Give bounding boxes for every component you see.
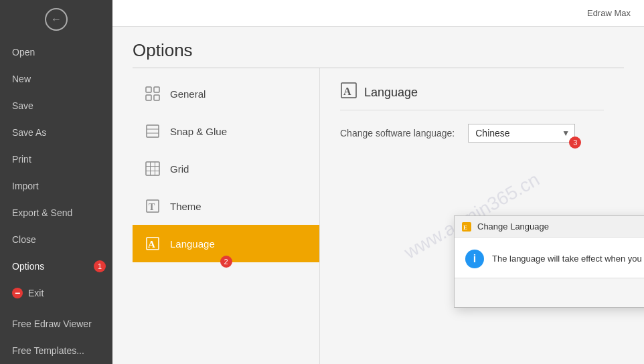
sidebar-item-label: Close xyxy=(12,234,36,245)
option-theme-label: Theme xyxy=(170,201,202,212)
sidebar-item-options[interactable]: Options 1 xyxy=(0,253,112,280)
sidebar-item-open[interactable]: Open xyxy=(0,39,112,66)
options-area: Options General xyxy=(112,27,644,364)
sidebar-item-label: Options xyxy=(12,261,44,272)
sidebar-item-label: Save xyxy=(12,100,33,111)
sidebar-item-exit[interactable]: − Exit xyxy=(0,280,112,306)
dialog-title-app-icon: E xyxy=(461,221,472,232)
dialog-title-label: Change Language xyxy=(477,221,549,232)
dialog-message: The language will take effect when you r… xyxy=(492,250,644,266)
sidebar-item-free-viewer[interactable]: Free Edraw Viewer xyxy=(0,310,112,337)
option-general-label: General xyxy=(170,88,206,100)
svg-rect-3 xyxy=(154,95,159,100)
sidebar-item-free-templates[interactable]: Free Templates... xyxy=(0,337,112,364)
app-title: Edraw Max xyxy=(587,8,631,18)
option-language-label: Language xyxy=(170,238,215,250)
options-title: Options xyxy=(133,40,624,61)
option-general[interactable]: General xyxy=(133,75,319,112)
exit-icon: − xyxy=(12,288,23,298)
option-theme[interactable]: T Theme xyxy=(133,187,319,225)
sidebar-item-import[interactable]: Import xyxy=(0,173,112,199)
sidebar-item-label: Open xyxy=(12,47,35,58)
sidebar-item-save-as[interactable]: Save As xyxy=(0,119,112,146)
back-button[interactable]: ← xyxy=(0,0,112,39)
svg-text:T: T xyxy=(149,202,155,212)
option-grid-label: Grid xyxy=(170,163,189,175)
language-item-badge: 2 xyxy=(220,256,232,268)
sidebar-item-label: Free Edraw Viewer xyxy=(12,318,92,329)
sidebar-item-label: Export & Send xyxy=(12,207,72,218)
svg-text:A: A xyxy=(148,239,155,250)
sidebar-item-print[interactable]: Print xyxy=(0,146,112,173)
theme-icon: T xyxy=(143,197,162,215)
dialog-body: i The language will take effect when you… xyxy=(455,238,644,278)
dialog-title-left: E Change Language xyxy=(461,221,549,232)
left-panel: General Snap & Glue xyxy=(133,68,320,364)
option-grid[interactable]: Grid xyxy=(133,150,319,187)
grid-icon xyxy=(143,159,162,178)
svg-text:E: E xyxy=(463,224,467,231)
right-panel: www.admin365.cn A Language Change softwa… xyxy=(320,68,624,364)
sidebar: ← Open New Save Save As Print Import Exp… xyxy=(0,0,112,364)
general-icon xyxy=(143,84,162,103)
sidebar-item-save[interactable]: Save xyxy=(0,92,112,119)
sidebar-item-close[interactable]: Close xyxy=(0,226,112,253)
svg-rect-2 xyxy=(154,87,159,92)
option-snap-glue-label: Snap & Glue xyxy=(170,126,227,137)
sidebar-item-label: Exit xyxy=(28,288,44,298)
dialog-title-bar: E Change Language ✕ xyxy=(455,216,644,238)
sidebar-item-export-send[interactable]: Export & Send xyxy=(0,199,112,226)
main-content: Edraw Max Options General xyxy=(112,0,644,364)
option-language[interactable]: A Language 2 xyxy=(133,225,319,262)
sidebar-item-label: Print xyxy=(12,154,31,165)
svg-rect-4 xyxy=(147,125,159,137)
option-snap-glue[interactable]: Snap & Glue xyxy=(133,112,319,150)
top-bar: Edraw Max xyxy=(112,0,644,27)
change-language-dialog: E Change Language ✕ i The language will … xyxy=(454,215,644,308)
language-icon: A xyxy=(143,234,162,253)
sidebar-item-label: New xyxy=(12,74,31,84)
sidebar-item-label: Import xyxy=(12,181,39,191)
svg-rect-0 xyxy=(146,87,151,92)
back-circle-icon[interactable]: ← xyxy=(45,8,68,31)
options-panels: General Snap & Glue xyxy=(133,68,624,364)
sidebar-item-new[interactable]: New xyxy=(0,66,112,92)
options-badge: 1 xyxy=(94,260,106,272)
dialog-overlay: E Change Language ✕ i The language will … xyxy=(320,68,624,364)
svg-rect-7 xyxy=(146,162,159,175)
sidebar-item-label: Save As xyxy=(12,127,46,138)
sidebar-item-label: Free Templates... xyxy=(12,345,84,356)
svg-rect-1 xyxy=(146,95,151,100)
back-arrow-icon: ← xyxy=(51,13,62,25)
snap-glue-icon xyxy=(143,122,162,141)
info-icon: i xyxy=(465,250,484,268)
dialog-footer: OK 4 xyxy=(455,278,644,307)
